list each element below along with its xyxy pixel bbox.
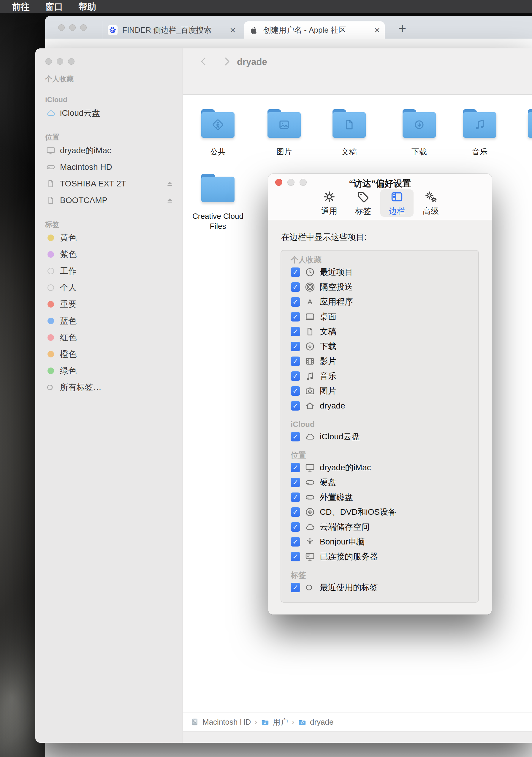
download-icon: [305, 341, 315, 352]
listbox-row[interactable]: ✓ Bonjour电脑: [291, 534, 478, 549]
folder-item[interactable]: 文稿: [322, 109, 376, 157]
checkbox-checked-icon[interactable]: ✓: [291, 342, 300, 351]
checkbox-checked-icon[interactable]: ✓: [291, 386, 300, 396]
close-button[interactable]: [58, 24, 65, 31]
listbox-row[interactable]: ✓ dryade: [291, 398, 478, 413]
folder-icon[interactable]: [201, 109, 235, 138]
folder-icon[interactable]: [463, 109, 496, 138]
folder-icon[interactable]: [402, 109, 436, 138]
listbox-row[interactable]: ✓ dryade的iMac: [291, 460, 478, 475]
listbox-row[interactable]: ✓ 云端储存空间: [291, 520, 478, 534]
listbox-row[interactable]: ✓ 图片: [291, 383, 478, 398]
minimize-button[interactable]: [69, 24, 76, 31]
browser-tab-1[interactable]: 创建用户名 - Apple 社区 ×: [244, 21, 385, 39]
sidebar-item[interactable]: 蓝色: [35, 313, 183, 329]
listbox-row[interactable]: ✓ 文稿: [291, 324, 478, 339]
checkbox-checked-icon[interactable]: ✓: [291, 552, 300, 561]
back-button[interactable]: [198, 56, 209, 67]
listbox-row[interactable]: ✓ iCloud云盘: [291, 429, 478, 444]
close-button[interactable]: [45, 58, 52, 65]
listbox-row[interactable]: ✓ 影片: [291, 354, 478, 369]
checkbox-checked-icon[interactable]: ✓: [291, 493, 300, 502]
checkbox-checked-icon[interactable]: ✓: [291, 507, 300, 517]
sidebar-item[interactable]: TOSHIBA EXT 2T: [35, 175, 183, 192]
folder-item[interactable]: Creative Cloud Files: [191, 174, 245, 231]
prefs-tab-0[interactable]: 通用: [312, 189, 346, 217]
checkbox-checked-icon[interactable]: ✓: [291, 267, 300, 277]
checkbox-checked-icon[interactable]: ✓: [291, 432, 300, 441]
minimize-button[interactable]: [57, 58, 63, 65]
path-item[interactable]: dryade: [298, 717, 334, 727]
browser-tab-0[interactable]: du FINDER 侧边栏_百度搜索 ×: [103, 21, 241, 39]
folder-item[interactable]: 公共: [191, 109, 245, 157]
zoom-button[interactable]: [68, 58, 74, 65]
sidebar-item[interactable]: 橙色: [35, 346, 183, 362]
cloud-icon: [46, 108, 56, 118]
sidebar-item[interactable]: BOOTCAMP: [35, 192, 183, 209]
listbox-row[interactable]: ✓ 隔空投送: [291, 280, 478, 294]
listbox-row[interactable]: ✓ 下载: [291, 339, 478, 354]
bonjour-icon: [305, 536, 315, 547]
checkbox-checked-icon[interactable]: ✓: [291, 537, 300, 547]
checkbox-checked-icon[interactable]: ✓: [291, 478, 300, 487]
menu-item-1[interactable]: 窗口: [37, 0, 71, 14]
zoom-button[interactable]: [80, 24, 87, 31]
sidebar-item[interactable]: iCloud云盘: [35, 105, 183, 121]
eject-icon[interactable]: [165, 179, 174, 188]
checkbox-checked-icon[interactable]: ✓: [291, 327, 300, 336]
sidebar-item[interactable]: 黄色: [35, 229, 183, 246]
listbox-row[interactable]: ✓ CD、DVD和iOS设备: [291, 505, 478, 520]
sidebar-item[interactable]: 重要: [35, 296, 183, 313]
prefs-tab-1[interactable]: 标签: [346, 189, 380, 217]
sidebar-item[interactable]: dryade的iMac: [35, 142, 183, 159]
listbox-row[interactable]: ✓ 桌面: [291, 309, 478, 324]
sidebar-item[interactable]: 个人: [35, 279, 183, 296]
sidebar-item[interactable]: 工作: [35, 263, 183, 279]
sidebar-item[interactable]: Macintosh HD: [35, 159, 183, 175]
checkbox-checked-icon[interactable]: ✓: [291, 522, 300, 532]
tab-close-icon[interactable]: ×: [374, 25, 380, 35]
sidebar-item[interactable]: 绿色: [35, 362, 183, 379]
sidebar-item[interactable]: 红色: [35, 329, 183, 346]
tag-dot-icon: [47, 251, 54, 258]
checkbox-checked-icon[interactable]: ✓: [291, 401, 300, 410]
menu-item-0[interactable]: 前往: [4, 0, 37, 14]
checkbox-checked-icon[interactable]: ✓: [291, 297, 300, 307]
folder-item[interactable]: 图片: [257, 109, 311, 157]
listbox-row[interactable]: ✓ 音乐: [291, 369, 478, 383]
listbox-row[interactable]: ✓ 硬盘: [291, 475, 478, 490]
eject-icon[interactable]: [165, 196, 174, 205]
prefs-tab-2[interactable]: 边栏: [380, 189, 414, 217]
folder-item[interactable]: 下载: [393, 109, 446, 157]
tab-close-icon[interactable]: ×: [230, 25, 236, 35]
listbox-row[interactable]: ✓ 最近使用的标签: [291, 580, 478, 595]
folder-icon[interactable]: [333, 109, 366, 138]
sidebar-item-label: 个人: [60, 282, 76, 293]
listbox-row[interactable]: ✓ 最近项目: [291, 265, 478, 280]
new-tab-button[interactable]: +: [394, 20, 410, 36]
path-item[interactable]: Macintosh HD: [191, 717, 251, 727]
checkbox-checked-icon[interactable]: ✓: [291, 282, 300, 292]
checkbox-checked-icon[interactable]: ✓: [291, 371, 300, 381]
listbox-row[interactable]: ✓ 已连接的服务器: [291, 549, 478, 564]
checkbox-checked-icon[interactable]: ✓: [291, 356, 300, 366]
checkbox-checked-icon[interactable]: ✓: [291, 312, 300, 321]
listbox-row[interactable]: ✓ 应用程序: [291, 294, 478, 309]
folder-item[interactable]: 音乐: [453, 109, 507, 157]
prefs-tab-3[interactable]: 高级: [414, 189, 447, 217]
folder-icon[interactable]: [268, 109, 301, 138]
sidebar-item[interactable]: 紫色: [35, 246, 183, 263]
folder-icon[interactable]: [201, 174, 235, 202]
listbox-row[interactable]: ✓ 外置磁盘: [291, 490, 478, 505]
sidebar-item-label: TOSHIBA EXT 2T: [60, 179, 126, 189]
forward-button[interactable]: [222, 56, 232, 67]
prefs-tab-label: 边栏: [389, 206, 405, 216]
dialog-header: “访达”偏好设置 通用 标签 边栏 高级: [268, 174, 492, 220]
path-item[interactable]: 用户: [261, 717, 288, 727]
folder-icon[interactable]: [528, 109, 532, 138]
folder-item[interactable]: [518, 109, 532, 147]
checkbox-checked-icon[interactable]: ✓: [291, 583, 300, 592]
menu-item-2[interactable]: 帮助: [71, 0, 104, 14]
sidebar-item[interactable]: 所有标签…: [35, 379, 183, 396]
checkbox-checked-icon[interactable]: ✓: [291, 463, 300, 472]
